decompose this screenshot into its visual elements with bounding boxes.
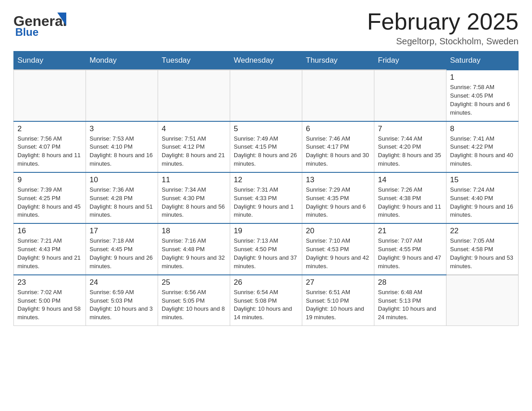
day-number: 3 <box>90 124 154 133</box>
day-info: Sunrise: 7:41 AM Sunset: 4:22 PM Dayligh… <box>450 135 515 168</box>
day-info: Sunrise: 7:21 AM Sunset: 4:43 PM Dayligh… <box>17 237 82 270</box>
calendar-cell: 16Sunrise: 7:21 AM Sunset: 4:43 PM Dayli… <box>14 223 86 274</box>
calendar-cell: 4Sunrise: 7:51 AM Sunset: 4:12 PM Daylig… <box>158 121 230 172</box>
day-info: Sunrise: 7:49 AM Sunset: 4:15 PM Dayligh… <box>234 135 298 168</box>
day-number: 26 <box>234 278 298 287</box>
calendar-cell: 14Sunrise: 7:26 AM Sunset: 4:38 PM Dayli… <box>374 172 446 223</box>
day-number: 24 <box>90 278 154 287</box>
day-info: Sunrise: 6:51 AM Sunset: 5:10 PM Dayligh… <box>306 288 370 322</box>
calendar-cell: 22Sunrise: 7:05 AM Sunset: 4:58 PM Dayli… <box>446 223 519 274</box>
day-number: 14 <box>378 176 442 184</box>
logo-general-text: General Blue <box>13 9 72 38</box>
day-info: Sunrise: 7:39 AM Sunset: 4:25 PM Dayligh… <box>17 186 82 219</box>
calendar-cell: 27Sunrise: 6:51 AM Sunset: 5:10 PM Dayli… <box>302 275 374 326</box>
day-number: 19 <box>234 227 298 235</box>
day-number: 12 <box>234 176 298 184</box>
calendar-week-row: 1Sunrise: 7:58 AM Sunset: 4:05 PM Daylig… <box>14 70 519 121</box>
calendar-cell: 13Sunrise: 7:29 AM Sunset: 4:35 PM Dayli… <box>302 172 374 223</box>
day-info: Sunrise: 7:26 AM Sunset: 4:38 PM Dayligh… <box>378 186 442 219</box>
calendar-week-row: 16Sunrise: 7:21 AM Sunset: 4:43 PM Dayli… <box>14 223 519 274</box>
calendar-cell: 24Sunrise: 6:59 AM Sunset: 5:03 PM Dayli… <box>86 275 158 326</box>
location: Segeltorp, Stockholm, Sweden <box>367 36 519 47</box>
header-tuesday: Tuesday <box>158 51 230 70</box>
day-info: Sunrise: 7:58 AM Sunset: 4:05 PM Dayligh… <box>450 83 515 117</box>
header-saturday: Saturday <box>446 51 519 70</box>
day-number: 25 <box>162 278 226 287</box>
day-info: Sunrise: 7:02 AM Sunset: 5:00 PM Dayligh… <box>17 288 82 322</box>
calendar-cell: 8Sunrise: 7:41 AM Sunset: 4:22 PM Daylig… <box>446 121 519 172</box>
calendar-week-row: 9Sunrise: 7:39 AM Sunset: 4:25 PM Daylig… <box>14 172 519 223</box>
calendar-cell: 7Sunrise: 7:44 AM Sunset: 4:20 PM Daylig… <box>374 121 446 172</box>
calendar-cell: 6Sunrise: 7:46 AM Sunset: 4:17 PM Daylig… <box>302 121 374 172</box>
day-number: 17 <box>90 227 154 235</box>
day-number: 2 <box>17 124 82 133</box>
day-info: Sunrise: 7:56 AM Sunset: 4:07 PM Dayligh… <box>17 135 82 168</box>
day-number: 20 <box>306 227 370 235</box>
day-info: Sunrise: 7:51 AM Sunset: 4:12 PM Dayligh… <box>162 135 226 168</box>
title-block: February 2025 Segeltorp, Stockholm, Swed… <box>367 9 519 47</box>
calendar-table: Sunday Monday Tuesday Wednesday Thursday… <box>13 51 519 326</box>
day-info: Sunrise: 7:44 AM Sunset: 4:20 PM Dayligh… <box>378 135 442 168</box>
day-number: 23 <box>17 278 82 287</box>
day-info: Sunrise: 7:16 AM Sunset: 4:48 PM Dayligh… <box>162 237 226 270</box>
day-info: Sunrise: 7:18 AM Sunset: 4:45 PM Dayligh… <box>90 237 154 270</box>
day-number: 11 <box>162 176 226 184</box>
day-info: Sunrise: 7:53 AM Sunset: 4:10 PM Dayligh… <box>90 135 154 168</box>
calendar-cell: 17Sunrise: 7:18 AM Sunset: 4:45 PM Dayli… <box>86 223 158 274</box>
day-info: Sunrise: 6:48 AM Sunset: 5:13 PM Dayligh… <box>378 288 442 322</box>
svg-text:Blue: Blue <box>15 26 39 38</box>
weekday-header-row: Sunday Monday Tuesday Wednesday Thursday… <box>14 51 519 70</box>
day-number: 9 <box>17 176 82 184</box>
calendar-cell <box>374 70 446 121</box>
calendar-cell: 21Sunrise: 7:07 AM Sunset: 4:55 PM Dayli… <box>374 223 446 274</box>
calendar-cell: 12Sunrise: 7:31 AM Sunset: 4:33 PM Dayli… <box>230 172 302 223</box>
day-info: Sunrise: 7:36 AM Sunset: 4:28 PM Dayligh… <box>90 186 154 219</box>
day-info: Sunrise: 7:29 AM Sunset: 4:35 PM Dayligh… <box>306 186 370 219</box>
day-number: 28 <box>378 278 442 287</box>
calendar-cell <box>86 70 158 121</box>
day-info: Sunrise: 6:59 AM Sunset: 5:03 PM Dayligh… <box>90 288 154 322</box>
day-info: Sunrise: 7:05 AM Sunset: 4:58 PM Dayligh… <box>450 237 515 270</box>
header-wednesday: Wednesday <box>230 51 302 70</box>
calendar-cell: 20Sunrise: 7:10 AM Sunset: 4:53 PM Dayli… <box>302 223 374 274</box>
day-info: Sunrise: 7:31 AM Sunset: 4:33 PM Dayligh… <box>234 186 298 219</box>
calendar-cell: 2Sunrise: 7:56 AM Sunset: 4:07 PM Daylig… <box>14 121 86 172</box>
calendar-cell: 23Sunrise: 7:02 AM Sunset: 5:00 PM Dayli… <box>14 275 86 326</box>
header-thursday: Thursday <box>302 51 374 70</box>
header-friday: Friday <box>374 51 446 70</box>
calendar-cell: 5Sunrise: 7:49 AM Sunset: 4:15 PM Daylig… <box>230 121 302 172</box>
calendar-cell <box>158 70 230 121</box>
calendar-cell: 15Sunrise: 7:24 AM Sunset: 4:40 PM Dayli… <box>446 172 519 223</box>
day-info: Sunrise: 6:54 AM Sunset: 5:08 PM Dayligh… <box>234 288 298 322</box>
calendar-cell: 26Sunrise: 6:54 AM Sunset: 5:08 PM Dayli… <box>230 275 302 326</box>
calendar-cell <box>302 70 374 121</box>
logo-svg: General Blue <box>13 9 72 38</box>
calendar-cell <box>14 70 86 121</box>
day-number: 21 <box>378 227 442 235</box>
calendar-cell: 9Sunrise: 7:39 AM Sunset: 4:25 PM Daylig… <box>14 172 86 223</box>
month-title: February 2025 <box>367 9 519 34</box>
calendar-cell: 1Sunrise: 7:58 AM Sunset: 4:05 PM Daylig… <box>446 70 519 121</box>
logo: General Blue <box>13 9 72 38</box>
day-info: Sunrise: 7:13 AM Sunset: 4:50 PM Dayligh… <box>234 237 298 270</box>
day-number: 22 <box>450 227 515 235</box>
day-number: 13 <box>306 176 370 184</box>
page-header: General Blue February 2025 Segeltorp, St… <box>13 9 519 47</box>
calendar-cell: 3Sunrise: 7:53 AM Sunset: 4:10 PM Daylig… <box>86 121 158 172</box>
calendar-cell: 19Sunrise: 7:13 AM Sunset: 4:50 PM Dayli… <box>230 223 302 274</box>
day-number: 27 <box>306 278 370 287</box>
calendar-cell: 10Sunrise: 7:36 AM Sunset: 4:28 PM Dayli… <box>86 172 158 223</box>
header-sunday: Sunday <box>14 51 86 70</box>
calendar-cell <box>230 70 302 121</box>
day-number: 1 <box>450 73 515 82</box>
calendar-week-row: 23Sunrise: 7:02 AM Sunset: 5:00 PM Dayli… <box>14 275 519 326</box>
day-info: Sunrise: 6:56 AM Sunset: 5:05 PM Dayligh… <box>162 288 226 322</box>
calendar-cell: 28Sunrise: 6:48 AM Sunset: 5:13 PM Dayli… <box>374 275 446 326</box>
day-info: Sunrise: 7:24 AM Sunset: 4:40 PM Dayligh… <box>450 186 515 219</box>
day-number: 4 <box>162 124 226 133</box>
day-info: Sunrise: 7:10 AM Sunset: 4:53 PM Dayligh… <box>306 237 370 270</box>
day-number: 16 <box>17 227 82 235</box>
day-number: 10 <box>90 176 154 184</box>
day-number: 15 <box>450 176 515 184</box>
day-info: Sunrise: 7:34 AM Sunset: 4:30 PM Dayligh… <box>162 186 226 219</box>
